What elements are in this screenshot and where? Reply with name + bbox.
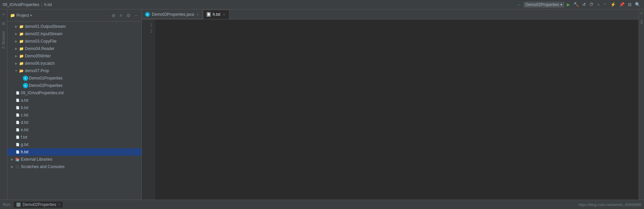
tree-item-btxt[interactable]: 📄 b.txt bbox=[7, 104, 141, 111]
right-gutter: ✓ Ant bbox=[639, 9, 644, 200]
editor-text[interactable] bbox=[155, 19, 639, 200]
title-bar-left: 09_IOAndProperties | h.txt bbox=[3, 2, 52, 7]
arrow-gtxt bbox=[10, 143, 14, 147]
arrow-extlibs bbox=[10, 157, 14, 161]
title-separator: | bbox=[41, 2, 42, 7]
sidebar-dropdown-icon[interactable]: ▾ bbox=[30, 14, 32, 17]
tree-item-htxt[interactable]: 📄 h.txt bbox=[7, 148, 141, 156]
locate-button[interactable]: ⊕ bbox=[110, 12, 117, 19]
label-ctxt: c.txt bbox=[21, 113, 28, 117]
arrow-demo05 bbox=[14, 54, 18, 58]
run-button[interactable]: ▶ bbox=[566, 1, 571, 8]
pin-icon[interactable]: 📌 bbox=[618, 1, 626, 8]
profile-icon[interactable]: ⚡ bbox=[609, 1, 617, 8]
layout-icon[interactable]: ⊟ bbox=[627, 1, 633, 8]
sidebar-actions: ⊕ ≡ ⚙ − bbox=[110, 12, 139, 19]
folder-icon-demo05: 📁 bbox=[19, 53, 24, 59]
java-icon-demo02prop: C bbox=[23, 83, 28, 88]
java-icon-demo01prop: C bbox=[23, 75, 28, 81]
label-extlibs: External Libraries bbox=[21, 157, 52, 162]
txt-icon-b: 📄 bbox=[15, 105, 20, 110]
sidebar-title-text: Project bbox=[16, 13, 29, 18]
tree-item-dtxt[interactable]: 📄 d.txt bbox=[7, 119, 141, 126]
tree-item-demo03[interactable]: 📁 demo03.CopyFile bbox=[7, 38, 141, 45]
tree-item-demo07[interactable]: 📂 demo07.Prop bbox=[7, 67, 141, 74]
timer-icon[interactable]: ⏱ bbox=[588, 1, 595, 8]
label-demo02: demo02.InputStream bbox=[25, 32, 62, 36]
arrow-dtxt bbox=[10, 120, 14, 124]
config-dropdown[interactable]: Demo02Properties ▾ bbox=[523, 2, 564, 8]
label-dtxt: d.txt bbox=[21, 120, 29, 125]
folder-icon-demo04: 📁 bbox=[19, 46, 24, 51]
arrow-demo02 bbox=[14, 32, 18, 36]
tree-item-demo01prop[interactable]: C Demo01Properties bbox=[7, 74, 141, 82]
run-tab-close[interactable]: × bbox=[58, 203, 60, 206]
label-demo01prop: Demo01Properties bbox=[29, 76, 62, 81]
arrow-demo03 bbox=[14, 39, 18, 43]
arrow-atxt bbox=[10, 98, 14, 102]
reload-icon[interactable]: ↺ bbox=[581, 1, 587, 8]
line-numbers: 1 2 bbox=[142, 19, 155, 200]
ant-label: Ant bbox=[640, 19, 643, 24]
left-gutter-1[interactable]: ≡ bbox=[2, 11, 4, 17]
label-ftxt: f.txt bbox=[21, 135, 27, 140]
label-demo07: demo07.Prop bbox=[25, 68, 49, 73]
hide-button[interactable]: − bbox=[133, 12, 139, 19]
project-name: 09_IOAndProperties bbox=[3, 2, 39, 7]
txt-icon-d: 📄 bbox=[15, 120, 20, 125]
tree-item-demo06[interactable]: 📁 demo06.trycatch bbox=[7, 60, 141, 67]
run-tab-label: Demo02Properties bbox=[23, 202, 56, 207]
txt-icon-f: 📄 bbox=[15, 135, 20, 140]
folder-icon-demo01: 📁 bbox=[19, 24, 24, 29]
tab-java[interactable]: C Demo02Properties.java × bbox=[142, 10, 203, 19]
title-bar-right: ← Demo02Properties ▾ ▶ 🔨 ↺ ⏱ ■ ☂ ⚡ 📌 ⊟ 🔍 bbox=[516, 1, 641, 8]
label-atxt: a.txt bbox=[21, 98, 29, 103]
tree-item-ctxt[interactable]: 📄 c.txt bbox=[7, 111, 141, 119]
tree-item-iml[interactable]: 📄 09_IOAndProperties.iml bbox=[7, 89, 141, 97]
txt-icon-g: 📄 bbox=[15, 142, 20, 147]
stop-icon: ■ bbox=[596, 1, 601, 8]
arrow-demo06 bbox=[14, 61, 18, 65]
tree-item-atxt[interactable]: 📄 a.txt bbox=[7, 97, 141, 104]
back-icon[interactable]: ← bbox=[516, 1, 522, 8]
run-tab-icon bbox=[16, 203, 20, 207]
left-gutter-2[interactable]: ⊟ bbox=[2, 20, 5, 27]
tab-java-label: Demo02Properties.java bbox=[152, 12, 194, 17]
structure-label: Z: Structure bbox=[0, 30, 7, 50]
tree-item-ftxt[interactable]: 📄 f.txt bbox=[7, 134, 141, 141]
label-btxt: b.txt bbox=[21, 105, 29, 110]
tree-item-demo05[interactable]: 📁 Demo05Writer bbox=[7, 52, 141, 60]
search-icon[interactable]: 🔍 bbox=[634, 1, 641, 8]
label-iml: 09_IOAndProperties.iml bbox=[21, 91, 63, 95]
arrow-btxt bbox=[10, 106, 14, 110]
build-icon[interactable]: 🔨 bbox=[572, 1, 580, 8]
tab-txt[interactable]: 📄 h.txt × bbox=[203, 10, 229, 19]
arrow-demo07 bbox=[14, 69, 18, 73]
main-area: ≡ ⊟ Z: Structure 📁 Project ▾ ⊕ ≡ ⚙ − 📁 d bbox=[0, 9, 644, 200]
sidebar-tree[interactable]: 📁 demo01.OutputStream 📁 demo02.InputStre… bbox=[7, 21, 141, 200]
arrow-scratches bbox=[10, 165, 14, 169]
tree-item-demo04[interactable]: 📁 Demo04.Reader bbox=[7, 45, 141, 52]
tree-item-extlibs[interactable]: 📚 External Libraries bbox=[7, 156, 141, 163]
tree-item-demo02[interactable]: 📁 demo02.InputStream bbox=[7, 30, 141, 38]
tree-item-demo02prop[interactable]: C Demo02Properties bbox=[7, 82, 141, 89]
title-bar: 09_IOAndProperties | h.txt ← Demo02Prope… bbox=[0, 0, 644, 9]
tree-item-demo01[interactable]: 📁 demo01.OutputStream bbox=[7, 23, 141, 30]
tree-item-etxt[interactable]: 📄 e.txt bbox=[7, 126, 141, 134]
arrow-demo01prop bbox=[18, 76, 22, 80]
collapse-button[interactable]: ≡ bbox=[118, 12, 124, 19]
line-number-1: 1 bbox=[142, 22, 153, 28]
txt-icon-c: 📄 bbox=[15, 112, 20, 118]
tree-item-gtxt[interactable]: 📄 g.txt bbox=[7, 141, 141, 148]
label-demo01: demo01.OutputStream bbox=[25, 24, 66, 29]
txt-tab-icon: 📄 bbox=[207, 12, 211, 17]
tab-txt-close[interactable]: × bbox=[222, 12, 226, 17]
tab-txt-label: h.txt bbox=[213, 12, 220, 17]
tree-item-scratches[interactable]: ⬡ Scratches and Consoles bbox=[7, 163, 141, 170]
settings-button[interactable]: ⚙ bbox=[125, 12, 132, 19]
coverage-icon: ☂ bbox=[602, 1, 608, 8]
run-tab[interactable]: Demo02Properties × bbox=[14, 202, 63, 208]
right-gutter-labels: Ant bbox=[639, 17, 644, 24]
scratch-icon: ⬡ bbox=[15, 164, 20, 169]
tab-java-close[interactable]: × bbox=[196, 12, 199, 17]
